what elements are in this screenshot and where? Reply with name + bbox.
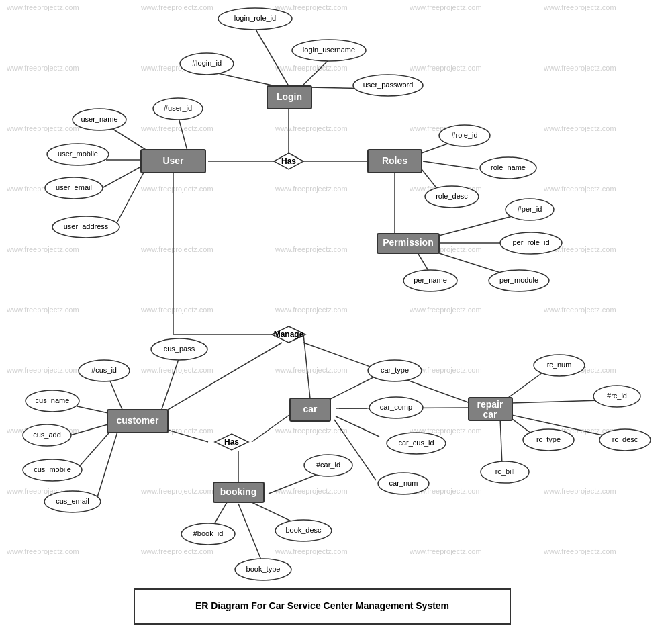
svg-line-50 — [255, 28, 289, 86]
attr-user-name-label: user_name — [81, 115, 117, 123]
svg-line-86 — [252, 502, 295, 523]
svg-line-67 — [436, 215, 517, 236]
svg-line-88 — [269, 473, 320, 494]
svg-line-51 — [302, 60, 329, 86]
entity-permission-label: Permission — [383, 237, 433, 248]
entity-roles-label: Roles — [382, 155, 407, 166]
svg-text:www.freeprojectz.com: www.freeprojectz.com — [6, 366, 79, 374]
attr-login-role-id-label: login_role_id — [234, 14, 276, 22]
attr-user-address-label: user_address — [64, 222, 109, 230]
entity-booking-label: booking — [220, 486, 256, 497]
svg-text:www.freeprojectz.com: www.freeprojectz.com — [275, 487, 348, 495]
svg-text:www.freeprojectz.com: www.freeprojectz.com — [6, 124, 79, 132]
svg-text:www.freeprojectz.com: www.freeprojectz.com — [543, 185, 616, 193]
svg-line-91 — [336, 416, 379, 437]
svg-text:www.freeprojectz.com: www.freeprojectz.com — [275, 3, 348, 11]
er-diagram: www.freeprojectz.com www.freeprojectz.co… — [0, 0, 672, 632]
attr-cus-pass-label: cus_pass — [164, 345, 195, 353]
attr-rc-desc-label: rc_desc — [612, 435, 638, 443]
svg-text:www.freeprojectz.com: www.freeprojectz.com — [6, 3, 79, 11]
svg-text:www.freeprojectz.com: www.freeprojectz.com — [543, 306, 616, 314]
svg-line-77 — [109, 379, 123, 411]
attr-car-num-label: car_num — [389, 479, 418, 487]
attr-cus-email-label: cus_email — [56, 497, 89, 505]
svg-text:www.freeprojectz.com: www.freeprojectz.com — [543, 3, 616, 11]
attr-rc-id-label: #rc_id — [607, 392, 627, 400]
svg-text:www.freeprojectz.com: www.freeprojectz.com — [6, 306, 79, 314]
svg-line-61 — [117, 171, 144, 222]
attr-car-id-label: #car_id — [316, 461, 340, 469]
attr-car-comp-label: car_comp — [380, 403, 412, 411]
svg-line-60 — [102, 167, 141, 188]
svg-text:www.freeprojectz.com: www.freeprojectz.com — [275, 245, 348, 253]
attr-per-role-id-label: per_role_id — [512, 238, 549, 246]
svg-text:www.freeprojectz.com: www.freeprojectz.com — [409, 3, 482, 11]
svg-text:www.freeprojectz.com: www.freeprojectz.com — [543, 64, 616, 72]
svg-text:www.freeprojectz.com: www.freeprojectz.com — [543, 487, 616, 495]
svg-text:www.freeprojectz.com: www.freeprojectz.com — [140, 185, 213, 193]
svg-line-57 — [178, 116, 188, 153]
svg-line-84 — [252, 413, 292, 442]
attr-per-name-label: per_name — [414, 276, 447, 284]
attr-per-id-label: #per_id — [518, 205, 542, 213]
svg-line-81 — [97, 432, 117, 497]
svg-text:www.freeprojectz.com: www.freeprojectz.com — [275, 547, 348, 555]
svg-line-79 — [70, 423, 113, 435]
attr-login-username-label: login_username — [303, 46, 355, 54]
attr-book-id-label: #book_id — [193, 529, 224, 537]
svg-text:www.freeprojectz.com: www.freeprojectz.com — [543, 124, 616, 132]
entity-car-label: car — [303, 404, 318, 414]
attr-user-email-label: user_email — [56, 183, 92, 191]
relationship-manage-label: Manage — [274, 330, 304, 339]
attr-cus-id-label: #cus_id — [91, 366, 117, 374]
svg-text:www.freeprojectz.com: www.freeprojectz.com — [275, 366, 348, 374]
attr-login-id-label: #login_id — [192, 59, 222, 67]
attr-car-type-label: car_type — [381, 366, 409, 374]
svg-text:www.freeprojectz.com: www.freeprojectz.com — [140, 366, 213, 374]
attr-cus-add-label: cus_add — [33, 431, 61, 439]
attr-user-id-label: #user_id — [164, 104, 192, 112]
svg-line-63 — [423, 161, 478, 169]
svg-text:www.freeprojectz.com: www.freeprojectz.com — [543, 547, 616, 555]
svg-text:www.freeprojectz.com: www.freeprojectz.com — [140, 245, 213, 253]
attr-cus-mobile-label: cus_mobile — [34, 465, 71, 473]
svg-line-76 — [161, 357, 179, 411]
entity-customer-label: customer — [116, 415, 159, 426]
attr-role-id-label: #role_id — [451, 131, 477, 139]
attr-per-module-label: per_module — [499, 276, 538, 284]
svg-line-85 — [213, 502, 227, 525]
svg-text:www.freeprojectz.com: www.freeprojectz.com — [275, 124, 348, 132]
entity-repair-car-label2: car — [483, 409, 497, 420]
svg-text:www.freeprojectz.com: www.freeprojectz.com — [275, 426, 348, 435]
svg-text:www.freeprojectz.com: www.freeprojectz.com — [6, 64, 79, 72]
entity-login-label: Login — [277, 91, 302, 102]
svg-text:www.freeprojectz.com: www.freeprojectz.com — [6, 245, 79, 253]
attr-rc-type-label: rc_type — [536, 435, 561, 443]
svg-text:www.freeprojectz.com: www.freeprojectz.com — [275, 306, 348, 314]
svg-line-52 — [215, 73, 275, 86]
svg-text:www.freeprojectz.com: www.freeprojectz.com — [140, 487, 213, 495]
svg-line-87 — [238, 504, 262, 561]
relationship-has-label: Has — [281, 156, 296, 166]
attr-rc-num-label: rc_num — [547, 361, 572, 369]
attr-book-type-label: book_type — [246, 565, 281, 573]
relationship-has2-label: Has — [224, 437, 239, 447]
svg-text:www.freeprojectz.com: www.freeprojectz.com — [140, 306, 213, 314]
attr-role-desc-label: role_desc — [436, 192, 468, 200]
svg-text:www.freeprojectz.com: www.freeprojectz.com — [275, 185, 348, 193]
diagram-svg: www.freeprojectz.com www.freeprojectz.co… — [0, 0, 672, 632]
attr-user-password-label: user_password — [363, 81, 414, 89]
attr-book-desc-label: book_desc — [285, 526, 322, 534]
svg-text:www.freeprojectz.com: www.freeprojectz.com — [6, 547, 79, 555]
svg-text:www.freeprojectz.com: www.freeprojectz.com — [140, 3, 213, 11]
svg-text:www.freeprojectz.com: www.freeprojectz.com — [409, 64, 482, 72]
attr-role-name-label: role_name — [491, 163, 526, 171]
svg-text:www.freeprojectz.com: www.freeprojectz.com — [409, 547, 482, 555]
attr-car-cus-id-label: car_cus_id — [398, 439, 434, 447]
entity-user-label: User — [162, 155, 184, 166]
svg-line-95 — [512, 400, 601, 403]
attr-rc-bill-label: rc_bill — [495, 467, 515, 476]
svg-text:www.freeprojectz.com: www.freeprojectz.com — [409, 306, 482, 314]
svg-text:www.freeprojectz.com: www.freeprojectz.com — [275, 64, 348, 72]
svg-line-89 — [329, 376, 376, 400]
